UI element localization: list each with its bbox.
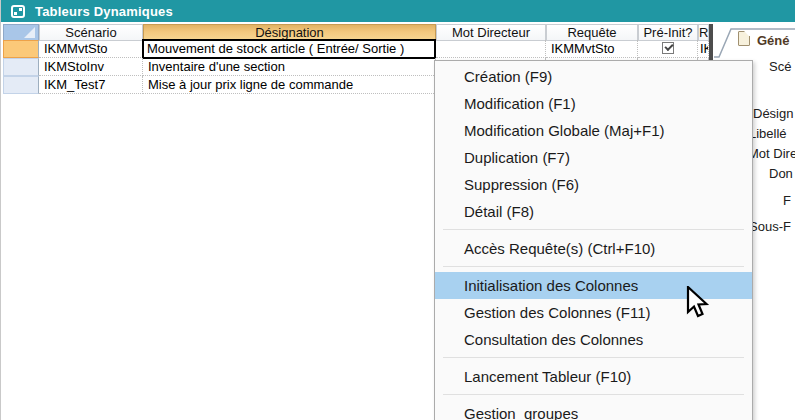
cell-scenario[interactable]: IKMMvtSto	[39, 40, 143, 58]
menu-separator	[435, 353, 752, 363]
menu-item-modification[interactable]: Modification (F1)	[435, 90, 752, 117]
cell-scenario[interactable]: IKM_Test7	[39, 76, 143, 94]
cell-designation[interactable]: Inventaire d'une section	[143, 58, 436, 76]
general-tab-icon	[738, 31, 750, 46]
select-all-corner[interactable]	[3, 24, 39, 41]
row-selector-active[interactable]	[3, 40, 39, 58]
menu-item-gestion-groupes[interactable]: Gestion groupes	[435, 400, 752, 420]
menu-item-creation[interactable]: Création (F9)	[435, 63, 752, 90]
mouse-cursor-icon	[686, 286, 712, 320]
menu-separator	[435, 262, 752, 272]
cell-scenario[interactable]: IKMStoInv	[39, 58, 143, 76]
cell-r[interactable]: IKM	[698, 40, 709, 58]
panel-label-don: Don	[769, 166, 793, 181]
column-header-pre-init[interactable]: Pré-Init?	[638, 24, 698, 41]
menu-separator	[435, 390, 752, 400]
tab-general[interactable]: Géné	[757, 33, 790, 48]
window-title: Tableurs Dynamiques	[35, 4, 173, 19]
app-window-icon	[11, 5, 25, 18]
cell-pre-init[interactable]	[638, 40, 698, 58]
cell-requete[interactable]: IKMMvtSto	[546, 40, 638, 58]
column-header-requete[interactable]: Requête	[546, 24, 638, 41]
panel-label-fichier: F	[783, 193, 791, 208]
column-header-mot-directeur[interactable]: Mot Directeur	[436, 24, 546, 41]
title-bar: Tableurs Dynamiques	[1, 0, 795, 22]
cell-designation[interactable]: Mise à jour prix ligne de commande	[143, 76, 436, 94]
cell-designation-active[interactable]: Mouvement de stock article ( Entrée/ Sor…	[142, 39, 436, 59]
panel-label-designation: Désign	[753, 106, 793, 121]
checkbox-checked-icon[interactable]	[662, 42, 674, 54]
context-menu: Création (F9) Modification (F1) Modifica…	[434, 60, 753, 420]
menu-item-consultation-colonnes[interactable]: Consultation des Colonnes	[435, 326, 752, 353]
menu-item-modification-globale[interactable]: Modification Globale (Maj+F1)	[435, 117, 752, 144]
menu-item-duplication[interactable]: Duplication (F7)	[435, 144, 752, 171]
column-header-scenario[interactable]: Scénario	[39, 24, 143, 41]
row-selector[interactable]	[3, 58, 39, 76]
panel-label-sous-fichier: Sous-F	[749, 219, 791, 234]
menu-item-lancement-tableur[interactable]: Lancement Tableur (F10)	[435, 363, 752, 390]
panel-label-libelle: Libellé	[749, 126, 787, 141]
cell-mot-directeur[interactable]	[436, 40, 546, 58]
menu-item-detail[interactable]: Détail (F8)	[435, 198, 752, 225]
panel-label-mot-directeur: Mot Dire	[748, 146, 795, 161]
row-selector[interactable]	[3, 76, 39, 94]
menu-item-suppression[interactable]: Suppression (F6)	[435, 171, 752, 198]
column-header-r[interactable]: R	[698, 24, 709, 41]
menu-separator	[435, 225, 752, 235]
panel-label-scenario: Scé	[769, 59, 791, 74]
corner-triangle-icon	[24, 27, 35, 38]
menu-item-acces-requetes[interactable]: Accès Requête(s) (Ctrl+F10)	[435, 235, 752, 262]
table-row: IKMMvtSto IKMMvtSto IKM Mouvement de sto…	[1, 40, 709, 58]
